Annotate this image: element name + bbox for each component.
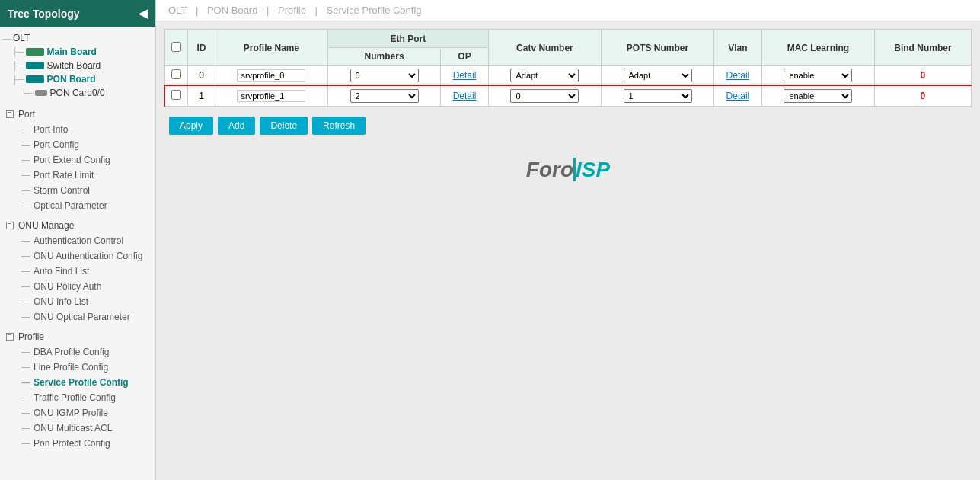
table-row: 0 0 1 2 Detail Adapt	[165, 66, 972, 86]
table-body: 0 0 1 2 Detail Adapt	[165, 66, 972, 107]
th-checkbox	[165, 30, 188, 66]
tree-label-olt: OLT	[13, 33, 30, 43]
nav-section-profile: Profile —DBA Profile Config —Line Profil…	[0, 327, 155, 453]
nav-item-onu-multicast-acl[interactable]: —ONU Multicast ACL	[0, 421, 155, 436]
row1-profile-name	[215, 86, 327, 107]
add-button[interactable]: Add	[218, 117, 255, 135]
tree-item-pon-card[interactable]: └─ PON Card0/0	[0, 86, 155, 100]
th-catv-number: Catv Number	[488, 30, 601, 66]
tree-item-olt[interactable]: — OLT	[0, 31, 155, 45]
row0-mac-select[interactable]: enable disable	[784, 69, 852, 82]
expand-icon-onu	[6, 222, 14, 229]
row0-checkbox[interactable]	[171, 69, 181, 79]
th-mac-learning: MAC Learning	[761, 30, 874, 66]
tree-connector: —	[3, 34, 11, 43]
nav-item-port-info[interactable]: —Port Info	[0, 122, 155, 137]
tree-item-pon-board[interactable]: ├─ PON Board	[0, 72, 155, 86]
row1-catv-select[interactable]: Adapt 0 1	[510, 89, 579, 103]
row1-mac-learning: enable disable	[761, 86, 874, 107]
nav-section-onu-header[interactable]: ONU Manage	[0, 218, 155, 233]
nav-section-port-label: Port	[18, 109, 35, 120]
sidebar-collapse-arrow[interactable]: ◀	[139, 6, 148, 21]
refresh-button[interactable]: Refresh	[312, 117, 366, 135]
row1-detail-link[interactable]: Detail	[453, 91, 477, 101]
row0-pots: Adapt 0 1	[601, 66, 713, 86]
nav-item-line-profile-config[interactable]: —Line Profile Config	[0, 360, 155, 375]
nav-item-onu-igmp-profile[interactable]: —ONU IGMP Profile	[0, 405, 155, 421]
row0-bind-number: 0	[874, 66, 971, 86]
nav-item-port-extend-config[interactable]: —Port Extend Config	[0, 152, 155, 168]
row1-mac-select[interactable]: enable disable	[784, 89, 852, 103]
th-eth-numbers: Numbers	[328, 48, 441, 66]
row1-eth-numbers-select[interactable]: 0 1 2	[350, 89, 419, 103]
row1-catv: Adapt 0 1	[488, 86, 601, 107]
row0-pots-select[interactable]: Adapt 0 1	[624, 69, 692, 82]
apply-button[interactable]: Apply	[169, 117, 213, 135]
tree-item-main-board[interactable]: ├─ Main Board	[0, 45, 155, 59]
row0-catv-select[interactable]: Adapt 0 1	[510, 69, 579, 82]
nav-item-onu-auth-config[interactable]: —ONU Authentication Config	[0, 248, 155, 264]
expand-icon-port	[6, 110, 14, 118]
service-profile-table: ID Profile Name Eth Port Catv Number POT…	[164, 30, 972, 107]
watermark-suffix: ISP	[573, 158, 610, 181]
th-eth-port: Eth Port	[328, 30, 489, 48]
expand-icon-profile	[6, 333, 14, 341]
tree-container: — OLT ├─ Main Board ├─ Switch Board ├─ P…	[0, 27, 155, 104]
row0-eth-op: Detail	[441, 66, 489, 86]
nav-section-profile-header[interactable]: Profile	[0, 329, 155, 344]
nav-item-auth-control[interactable]: —Authentication Control	[0, 233, 155, 248]
main-content: OLT | PON Board | Profile | Service Prof…	[156, 0, 980, 480]
nav-section-onu-manage: ONU Manage —Authentication Control —ONU …	[0, 216, 155, 327]
breadcrumb-pon-board[interactable]: PON Board	[207, 5, 257, 16]
breadcrumb-sep2: |	[267, 5, 272, 16]
sidebar-title: Tree Topology	[8, 8, 80, 20]
nav-item-onu-optical-param[interactable]: —ONU Optical Parameter	[0, 309, 155, 325]
nav-section-port-header[interactable]: Port	[0, 107, 155, 122]
nav-section-port: Port —Port Info —Port Config —Port Exten…	[0, 104, 155, 216]
table-wrapper: ID Profile Name Eth Port Catv Number POT…	[164, 29, 972, 107]
row1-pots-select[interactable]: Adapt 0 1	[624, 89, 692, 103]
row1-vlan-detail-link[interactable]: Detail	[726, 91, 750, 101]
nav-item-dba-profile-config[interactable]: —DBA Profile Config	[0, 344, 155, 360]
watermark: ForoISP	[164, 135, 972, 190]
board-icon-switch	[26, 62, 44, 69]
nav-item-traffic-profile-config[interactable]: —Traffic Profile Config	[0, 390, 155, 405]
row0-detail-link[interactable]: Detail	[453, 70, 477, 81]
th-vlan: Vlan	[714, 30, 762, 66]
sidebar-header: Tree Topology ◀	[0, 0, 155, 27]
row1-checkbox[interactable]	[171, 90, 181, 100]
row1-pots: Adapt 0 1	[601, 86, 713, 107]
row0-vlan-detail-link[interactable]: Detail	[726, 70, 750, 81]
nav-item-port-config[interactable]: —Port Config	[0, 137, 155, 152]
row1-eth-op: Detail	[441, 86, 489, 107]
nav-item-service-profile-config[interactable]: —Service Profile Config	[0, 375, 155, 390]
nav-item-storm-control[interactable]: —Storm Control	[0, 183, 155, 198]
row0-id: 0	[188, 66, 215, 86]
action-buttons: Apply Add Delete Refresh	[164, 117, 972, 135]
delete-button[interactable]: Delete	[260, 117, 308, 135]
breadcrumb-olt[interactable]: OLT	[168, 5, 187, 16]
nav-item-port-rate-limit[interactable]: —Port Rate Limit	[0, 168, 155, 183]
row1-eth-numbers: 0 1 2	[328, 86, 441, 107]
tree-connector: └─	[21, 88, 34, 98]
row1-checkbox-cell	[165, 86, 188, 107]
row0-profile-name-input[interactable]	[237, 69, 305, 82]
nav-item-onu-info-list[interactable]: —ONU Info List	[0, 294, 155, 309]
breadcrumb-profile[interactable]: Profile	[278, 5, 306, 16]
tree-connector: ├─	[12, 47, 24, 56]
tree-connector: ├─	[12, 75, 24, 84]
nav-item-pon-protect-config[interactable]: —Pon Protect Config	[0, 436, 155, 451]
nav-section-profile-label: Profile	[18, 331, 44, 342]
breadcrumb-sep1: |	[196, 5, 201, 16]
th-eth-op: OP	[441, 48, 489, 66]
select-all-checkbox[interactable]	[171, 42, 181, 52]
nav-item-onu-policy-auth[interactable]: —ONU Policy Auth	[0, 279, 155, 294]
tree-label-pon-card: PON Card0/0	[50, 88, 105, 98]
board-icon-main	[26, 48, 44, 56]
row1-profile-name-input[interactable]	[237, 90, 305, 102]
nav-item-auto-find-list[interactable]: —Auto Find List	[0, 264, 155, 279]
row0-eth-numbers-select[interactable]: 0 1 2	[350, 69, 419, 82]
tree-item-switch-board[interactable]: ├─ Switch Board	[0, 59, 155, 72]
th-bind-number: Bind Number	[874, 30, 971, 66]
nav-item-optical-parameter[interactable]: —Optical Parameter	[0, 198, 155, 213]
